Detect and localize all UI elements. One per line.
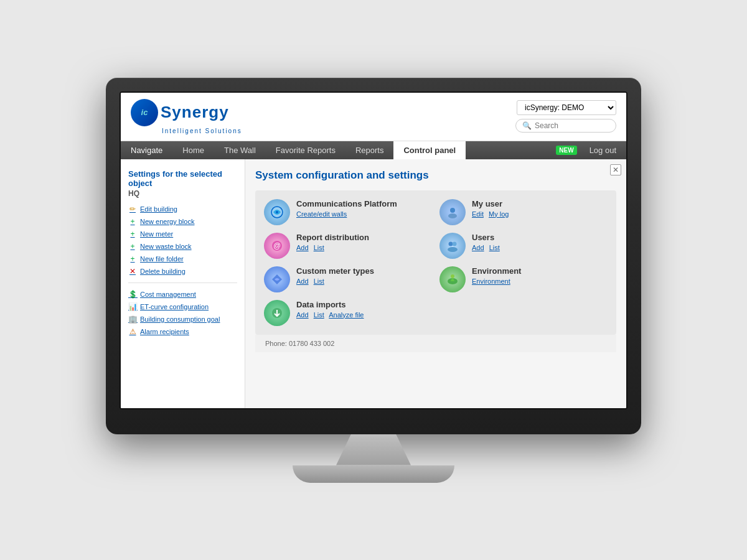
search-input[interactable]: [535, 121, 609, 130]
sidebar-link-et[interactable]: 📊 ET-curve configuration: [121, 301, 245, 313]
search-box: 🔍: [515, 119, 616, 133]
monitor-screen: ic Synergy Intelligent Solutions icSyner…: [120, 91, 627, 409]
svg-point-7: [453, 241, 457, 246]
config-item-custom: Custom meter types Add List: [264, 266, 432, 292]
header: ic Synergy Intelligent Solutions icSyner…: [121, 93, 626, 141]
custom-meter-text: Custom meter types Add List: [296, 266, 374, 285]
config-item-environment: Environment Environment: [439, 266, 608, 292]
nav-item-favorite-reports[interactable]: Favorite Reports: [266, 141, 345, 159]
environment-icon: [439, 266, 466, 292]
logout-button[interactable]: Log out: [580, 141, 626, 159]
data-imports-text: Data imports Add List Analyze file: [296, 300, 367, 319]
sidebar-link-new-file[interactable]: + New file folder: [121, 253, 245, 265]
sidebar-link-new-meter[interactable]: + New meter: [121, 228, 245, 240]
data-imports-icon: [264, 300, 290, 326]
config-item-users: Users Add List: [439, 233, 608, 259]
config-item-myuser: My user Edit My log: [439, 199, 608, 225]
nav-item-home[interactable]: Home: [172, 141, 214, 159]
sidebar-title: Settings for the selected object: [121, 166, 245, 189]
sidebar: Settings for the selected object HQ ✏ Ed…: [121, 159, 245, 408]
comm-platform-text: Communications Platform Create/edit wall…: [296, 199, 397, 218]
data-imports-list-link[interactable]: List: [314, 311, 324, 319]
my-user-edit-link[interactable]: Edit: [472, 210, 484, 218]
cost-icon: 💲: [128, 290, 137, 299]
users-list-link[interactable]: List: [489, 244, 500, 251]
my-user-icon: [439, 199, 466, 225]
plus-icon: +: [128, 217, 137, 226]
config-item-report: @ Report distribution Add List: [264, 233, 432, 259]
users-text: Users Add List: [472, 233, 503, 251]
sidebar-subtitle: HQ: [121, 189, 245, 203]
nav-right: NEW Log out: [556, 141, 626, 159]
report-dist-list-link[interactable]: List: [314, 244, 324, 251]
demo-select[interactable]: icSynergy: DEMO: [517, 100, 616, 115]
environment-link[interactable]: Environment: [472, 278, 510, 285]
svg-point-3: [448, 213, 457, 218]
report-dist-links: Add List: [296, 244, 369, 251]
custom-meter-links: Add List: [296, 278, 374, 285]
report-dist-icon: @: [264, 233, 290, 259]
search-icon: 🔍: [522, 121, 532, 130]
header-right: icSynergy: DEMO 🔍: [515, 100, 616, 133]
my-user-log-link[interactable]: My log: [489, 210, 509, 218]
footer-phone: Phone: 01780 433 002: [255, 335, 616, 352]
users-links: Add List: [472, 244, 503, 251]
nav-item-control-panel[interactable]: Control panel: [393, 141, 466, 159]
monitor-stand-neck: [336, 434, 411, 465]
chart-icon: 📊: [128, 302, 137, 311]
delete-icon: ✕: [128, 267, 137, 276]
navbar: Navigate Home The Wall Favorite Reports …: [121, 141, 626, 159]
app-wrapper: ic Synergy Intelligent Solutions icSyner…: [121, 93, 626, 408]
sidebar-link-new-waste[interactable]: + New waste block: [121, 240, 245, 253]
environment-links: Environment: [472, 278, 521, 285]
logo-text: Synergy: [161, 103, 229, 122]
building-icon: 🏢: [128, 315, 137, 324]
sidebar-link-cost[interactable]: 💲 Cost management: [121, 288, 245, 301]
sidebar-link-edit-building[interactable]: ✏ Edit building: [121, 203, 245, 215]
environment-text: Environment Environment: [472, 266, 521, 285]
close-button[interactable]: ✕: [610, 164, 621, 175]
sidebar-divider: [128, 282, 237, 283]
content-title: System configuration and settings: [255, 169, 616, 182]
custom-meter-add-link[interactable]: Add: [296, 278, 309, 285]
nav-item-reports[interactable]: Reports: [345, 141, 394, 159]
monitor-bezel: ic Synergy Intelligent Solutions icSyner…: [106, 78, 641, 434]
comm-platform-links: Create/edit walls: [296, 210, 397, 218]
data-imports-analyze-link[interactable]: Analyze file: [329, 311, 364, 319]
svg-point-6: [449, 241, 453, 246]
logo-tagline: Intelligent Solutions: [162, 128, 242, 134]
data-imports-links: Add List Analyze file: [296, 311, 367, 319]
monitor: ic Synergy Intelligent Solutions icSyner…: [106, 78, 641, 483]
custom-meter-list-link[interactable]: List: [314, 278, 324, 285]
logo-area: ic Synergy Intelligent Solutions: [131, 99, 242, 134]
config-item-data: Data imports Add List Analyze file: [264, 300, 432, 326]
sidebar-link-consumption[interactable]: 🏢 Building consumption goal: [121, 313, 245, 325]
create-edit-walls-link[interactable]: Create/edit walls: [296, 210, 347, 218]
svg-point-2: [450, 208, 455, 213]
sidebar-link-alarm[interactable]: ⚠ Alarm recipients: [121, 325, 245, 338]
logo-icon: ic: [131, 99, 158, 126]
plus-icon-4: +: [128, 254, 137, 263]
plus-icon-3: +: [128, 242, 137, 251]
svg-point-10: [451, 274, 454, 278]
plus-icon-2: +: [128, 230, 137, 238]
report-dist-text: Report distribution Add List: [296, 233, 369, 251]
custom-meter-icon: [264, 266, 290, 292]
report-dist-add-link[interactable]: Add: [296, 244, 309, 251]
monitor-stand-base: [293, 465, 454, 483]
my-user-links: Edit My log: [472, 210, 512, 218]
content-area: ✕ System configuration and settings Comm…: [245, 159, 626, 408]
users-add-link[interactable]: Add: [472, 244, 484, 251]
main-layout: Settings for the selected object HQ ✏ Ed…: [121, 159, 626, 408]
nav-item-navigate[interactable]: Navigate: [121, 141, 172, 159]
sidebar-link-delete-building[interactable]: ✕ Delete building: [121, 265, 245, 278]
config-item-comm: Communications Platform Create/edit wall…: [264, 199, 432, 225]
sidebar-link-new-energy[interactable]: + New energy block: [121, 215, 245, 228]
comm-platform-icon: [264, 199, 290, 225]
logo-text-row: ic Synergy: [131, 99, 229, 126]
users-icon: [439, 233, 466, 259]
svg-point-1: [276, 211, 278, 213]
data-imports-add-link[interactable]: Add: [296, 311, 309, 319]
nav-item-the-wall[interactable]: The Wall: [214, 141, 266, 159]
svg-text:@: @: [273, 241, 281, 250]
